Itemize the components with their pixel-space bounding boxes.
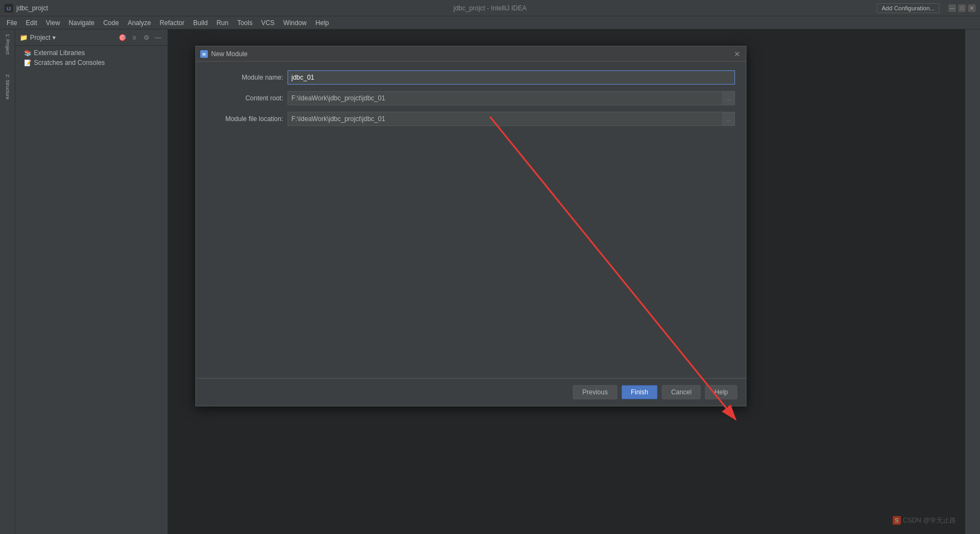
left-sidebar: 1: Project 2: Structure (0, 29, 15, 534)
panel-toolbar: 🎯 ≡ ⚙ — (117, 33, 163, 43)
external-libraries-icon: 📚 (24, 50, 32, 57)
minimize-button[interactable]: — (948, 4, 956, 12)
menu-bar: File Edit View Navigate Code Analyze Ref… (0, 16, 980, 29)
menu-navigate[interactable]: Navigate (64, 18, 99, 28)
sidebar-item-project[interactable]: 1: Project (4, 32, 11, 57)
module-file-location-row: Module file location: … (207, 112, 735, 126)
menu-refactor[interactable]: Refactor (156, 18, 189, 28)
main-layout: 1: Project 2: Structure 📁Project ▾ 🎯 ≡ ⚙… (0, 29, 980, 534)
module-file-location-wrapper: … (288, 112, 735, 126)
dialog-titlebar: M New Module ✕ (196, 46, 746, 62)
previous-button[interactable]: Previous (573, 385, 617, 399)
menu-tools[interactable]: Tools (233, 18, 257, 28)
finish-button[interactable]: Finish (622, 385, 658, 399)
module-name-input[interactable] (288, 70, 735, 85)
help-button[interactable]: Help (705, 385, 737, 399)
menu-analyze[interactable]: Analyze (123, 18, 156, 28)
dialog-icon: M (200, 50, 208, 58)
menu-window[interactable]: Window (279, 18, 311, 28)
sidebar-item-structure[interactable]: 2: Structure (4, 72, 11, 102)
content-root-wrapper: … (288, 91, 735, 105)
module-name-label: Module name: (207, 74, 283, 81)
scratches-icon: 📝 (24, 59, 32, 67)
menu-code[interactable]: Code (99, 18, 123, 28)
title-bar: IJ jdbc_projct jdbc_projct - IntelliJ ID… (0, 0, 980, 16)
scratches-label: Scratches and Consoles (34, 59, 105, 67)
content-area: M New Module ✕ Module name: Content root… (168, 29, 965, 534)
panel-settings-button[interactable]: ⚙ (141, 33, 151, 43)
menu-help[interactable]: Help (311, 18, 333, 28)
module-file-location-browse-button[interactable]: … (723, 112, 735, 126)
new-module-dialog: M New Module ✕ Module name: Content root… (195, 46, 746, 406)
menu-vcs[interactable]: VCS (257, 18, 279, 28)
project-tree: 📚 External Libraries 📝 Scratches and Con… (15, 46, 168, 534)
content-root-row: Content root: … (207, 91, 735, 105)
menu-view[interactable]: View (41, 18, 64, 28)
title-bar-right: Add Configuration... — □ ✕ (877, 3, 976, 13)
collapse-all-button[interactable]: ≡ (129, 33, 139, 43)
panel-minimize-button[interactable]: — (153, 33, 163, 43)
tree-item-external-libraries[interactable]: 📚 External Libraries (15, 48, 168, 58)
content-root-input[interactable] (288, 91, 723, 105)
svg-text:M: M (202, 52, 206, 56)
menu-edit[interactable]: Edit (21, 18, 41, 28)
module-file-location-input[interactable] (288, 112, 723, 126)
panel-title: 📁Project ▾ (20, 34, 117, 41)
menu-run[interactable]: Run (212, 18, 233, 28)
app-logo: IJ (4, 4, 13, 13)
dialog-close-button[interactable]: ✕ (733, 50, 742, 58)
dialog-footer: Previous Finish Cancel Help (196, 378, 746, 406)
module-file-location-label: Module file location: (207, 115, 283, 123)
tree-item-scratches[interactable]: 📝 Scratches and Consoles (15, 58, 168, 68)
svg-text:IJ: IJ (7, 6, 11, 11)
content-root-browse-button[interactable]: … (723, 91, 735, 105)
dialog-body: Module name: Content root: … Module file… (196, 62, 746, 378)
dialog-title: New Module (211, 50, 733, 58)
menu-build[interactable]: Build (189, 18, 212, 28)
window-controls: — □ ✕ (948, 4, 976, 12)
close-button[interactable]: ✕ (968, 4, 976, 12)
content-root-label: Content root: (207, 94, 283, 102)
window-title: jdbc_projct - IntelliJ IDEA (453, 4, 527, 12)
module-name-row: Module name: (207, 70, 735, 85)
project-panel: 📁Project ▾ 🎯 ≡ ⚙ — 📚 External Libraries … (15, 29, 168, 534)
locate-file-button[interactable]: 🎯 (117, 33, 127, 43)
menu-file[interactable]: File (2, 18, 21, 28)
add-configuration-button[interactable]: Add Configuration... (877, 3, 940, 13)
project-name: jdbc_projct (16, 4, 48, 12)
cancel-button[interactable]: Cancel (662, 385, 701, 399)
external-libraries-label: External Libraries (34, 49, 85, 57)
panel-header: 📁Project ▾ 🎯 ≡ ⚙ — (15, 29, 168, 46)
right-strip (965, 29, 980, 534)
maximize-button[interactable]: □ (958, 4, 966, 12)
